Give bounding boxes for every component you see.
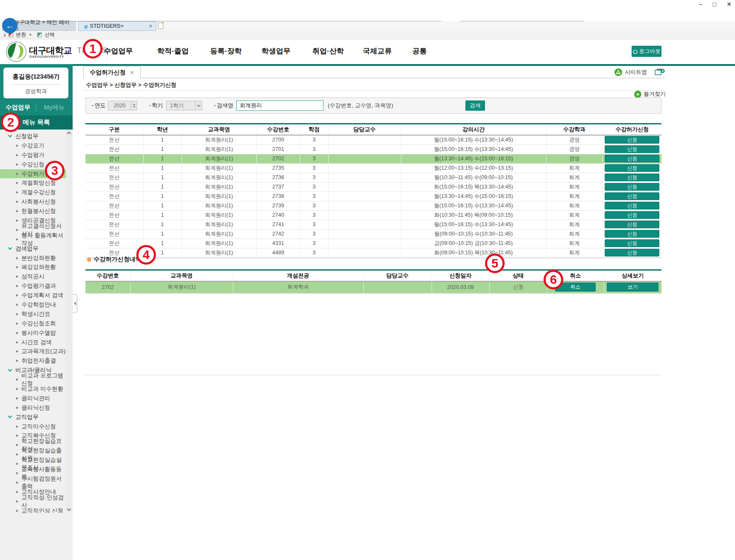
chevron-down-icon[interactable] xyxy=(195,101,202,110)
menu-item-무시험검정원서출력[interactable]: 무시험검정원서출력 xyxy=(0,478,66,487)
course-column-header: 교과목명 xyxy=(182,124,256,135)
select-button[interactable]: 선택 xyxy=(44,31,55,38)
keyword-input[interactable] xyxy=(236,100,323,111)
sitemap-link[interactable]: 사이트맵 xyxy=(614,68,647,76)
apply-button[interactable]: 신청 xyxy=(605,249,659,256)
menu-item-수업계획서 검색[interactable]: 수업계획서 검색 xyxy=(0,291,66,300)
close-window-icon[interactable] xyxy=(655,68,665,76)
menu-item-교직이수신청[interactable]: 교직이수신청 xyxy=(0,422,66,431)
apply-button[interactable]: 신청 xyxy=(605,211,659,219)
course-cell: 2742 xyxy=(256,229,300,239)
menu-section-교직업무[interactable]: 교직업무 xyxy=(0,413,66,422)
convert-dropdown-icon[interactable]: ▼ xyxy=(29,33,32,37)
arrow-right-icon xyxy=(16,444,18,446)
new-tab-button[interactable] xyxy=(158,23,163,29)
apply-button[interactable]: 신청 xyxy=(605,136,659,144)
course-row[interactable]: 전선1회계원리(1)27423월(09:00~10:15) 수(10:30~11… xyxy=(85,229,662,239)
nav-common[interactable]: 공통 xyxy=(412,46,427,56)
convert-button[interactable]: 변환 xyxy=(16,31,26,38)
scroll-down-icon[interactable] xyxy=(67,507,71,511)
nav-student[interactable]: 학생업무 xyxy=(262,46,291,56)
spinner-arrows-icon[interactable] xyxy=(131,101,137,110)
menu-item-취업전자출결[interactable]: 취업전자출결 xyxy=(0,356,66,365)
maximize-button[interactable]: □ xyxy=(713,1,716,8)
toolbar-close-button[interactable]: x xyxy=(3,32,6,38)
sidebar-tab-mymenu[interactable]: My메뉴 xyxy=(36,103,72,112)
menu-item-시간표 검색[interactable]: 시간표 검색 xyxy=(0,338,66,347)
view-detail-button[interactable]: 보기 xyxy=(607,283,659,292)
semester-select[interactable]: 1학기 xyxy=(166,101,202,110)
menu-item-수업평가[interactable]: 수업평가 xyxy=(0,150,66,160)
nav-registration[interactable]: 등록·장학 xyxy=(210,46,242,56)
apply-button[interactable]: 신청 xyxy=(605,174,659,181)
tab-close-icon[interactable]: ✕ xyxy=(149,24,153,29)
apply-button[interactable]: 신청 xyxy=(605,192,659,200)
search-button[interactable]: 검색 xyxy=(465,100,485,111)
apply-button[interactable]: 신청 xyxy=(605,230,659,238)
menu-item-교직적성·인성검사[interactable]: 교직적성·인성검사 xyxy=(0,497,66,506)
menu-item-학생시간표[interactable]: 학생시간표 xyxy=(0,309,66,319)
nav-career[interactable]: 취업·산학 xyxy=(312,46,344,56)
menu-item-교과목개요(교과)[interactable]: 교과목개요(교과) xyxy=(0,347,66,356)
menu-item-헌혈봉사신청[interactable]: 헌혈봉사신청 xyxy=(0,206,66,216)
menu-item-비교과 프로그램 신청[interactable]: 비교과 프로그램 신청 xyxy=(0,375,66,384)
nav-classes[interactable]: 수업업무 xyxy=(104,46,133,56)
back-button[interactable]: ← xyxy=(2,18,18,33)
university-name-en: DAEGUUNIVERSITY xyxy=(29,55,64,59)
apply-button[interactable]: 신청 xyxy=(605,183,659,191)
apply-button[interactable]: 신청 xyxy=(605,202,659,209)
course-row[interactable]: 전선1회계원리(1)43313금(09:00~10:15) 금(10:30~11… xyxy=(85,239,662,248)
menu-item-사회봉사신청[interactable]: 사회봉사신청 xyxy=(0,197,66,206)
sidebar-tab-classes[interactable]: 수업업무 xyxy=(0,103,36,112)
scroll-up-icon[interactable] xyxy=(67,132,71,136)
page-tab-close-icon[interactable]: ✕ xyxy=(130,70,134,76)
course-row[interactable]: 전선1회계원리(1)27403화(10:30~11:45) 목(09:00~10… xyxy=(85,210,662,220)
course-row[interactable]: 전선1회계원리(1)27413월(15:00~16:15) 수(13:30~14… xyxy=(85,220,662,229)
menu-section-신청업무[interactable]: 신청업무 xyxy=(0,132,66,141)
course-row[interactable]: 전선1회계원리(1)27013월(15:00~16:15) 수(13:30~14… xyxy=(85,144,662,154)
favorite-icon: ★ xyxy=(634,91,641,98)
minimize-button[interactable]: − xyxy=(699,1,703,8)
menu-item-봉사 활동계획서 작성[interactable]: 봉사 활동계획서 작성 xyxy=(0,235,66,244)
menu-item-수강신청조회[interactable]: 수강신청조회 xyxy=(0,319,66,328)
menu-item-수업평가결과[interactable]: 수업평가결과 xyxy=(0,281,66,291)
year-spinner[interactable]: 2020 xyxy=(108,101,137,110)
apply-button[interactable]: 신청 xyxy=(605,164,659,172)
browser-tab-stdtigers[interactable]: e STDTIGERS+ ✕ xyxy=(78,21,156,31)
menu-item-교직적인성 신청[interactable]: 교직적인성 신청 xyxy=(0,506,66,513)
nav-international[interactable]: 국제교류 xyxy=(363,46,392,56)
nav-records[interactable]: 학적·졸업 xyxy=(157,46,189,56)
page-tab-course-permission[interactable]: 수업허가신청 ✕ xyxy=(83,66,141,78)
course-row[interactable]: 전선1회계원리(1)27353월(12:00~13:15) 수(12:00~13… xyxy=(85,163,662,173)
menu-item-클리닉신청[interactable]: 클리닉신청 xyxy=(0,403,66,413)
sidebar-scrollbar[interactable] xyxy=(66,130,73,513)
add-favorite-link[interactable]: ★ 즐겨찾기 xyxy=(634,90,666,98)
menu-item-계절수강신청[interactable]: 계절수강신청 xyxy=(0,188,66,197)
course-row[interactable]: 전선1회계원리(1)27023월(13:30~14:45) 수(15:00~16… xyxy=(85,154,662,163)
menu-item-성적공시[interactable]: 성적공시 xyxy=(0,272,66,281)
apply-button[interactable]: 신청 xyxy=(605,239,659,247)
close-button[interactable]: ✕ xyxy=(726,1,732,8)
logout-button[interactable]: 로그아웃 xyxy=(632,46,662,57)
apply-button[interactable]: 신청 xyxy=(605,145,659,153)
course-row[interactable]: 전선1회계원리(1)27003월(15:00~16:15) 수(13:30~14… xyxy=(85,135,662,144)
course-row[interactable]: 전선1회계원리(1)27383월(13:30~14:45) 수(15:00~16… xyxy=(85,192,662,201)
sidebar-collapse-handle[interactable] xyxy=(73,294,77,313)
menu-item-수강포기[interactable]: 수강포기 xyxy=(0,141,66,150)
course-row[interactable]: 전선1회계원리(1)27363월(10:30~11:45) 수(09:00~10… xyxy=(85,173,662,182)
history-row[interactable]: 2702 회계원리(1) 회계학과 2020.03.09 신청 취소 보기 xyxy=(85,281,662,293)
menu-item-수강학점안내[interactable]: 수강학점안내 xyxy=(0,300,66,309)
menu-item-비교과 이수현황[interactable]: 비교과 이수현황 xyxy=(0,384,66,394)
apply-button[interactable]: 신청 xyxy=(605,221,659,228)
course-row[interactable]: 전선1회계원리(1)27373화(15:00~16:15) 목(13:30~14… xyxy=(85,182,662,192)
course-row[interactable]: 전선1회계원리(1)27393월(15:00~16:15) 수(13:30~14… xyxy=(85,201,662,210)
history-column-header: 신청일자 xyxy=(432,271,489,281)
menu-item-봉사이수열람[interactable]: 봉사이수열람 xyxy=(0,328,66,338)
course-row[interactable]: 전선1회계원리(1)44893화(09:00~10:15) 목(10:30~11… xyxy=(85,248,662,257)
course-column-header: 담당교수 xyxy=(328,124,401,135)
menu-item-클리닉관리[interactable]: 클리닉관리 xyxy=(0,394,66,403)
course-cell: 회계원리(1) xyxy=(182,144,256,154)
apply-button[interactable]: 신청 xyxy=(605,155,659,162)
menu-item-폐강강좌현황[interactable]: 폐강강좌현황 xyxy=(0,262,66,272)
menu-item-분반강좌현황[interactable]: 분반강좌현황 xyxy=(0,253,66,263)
